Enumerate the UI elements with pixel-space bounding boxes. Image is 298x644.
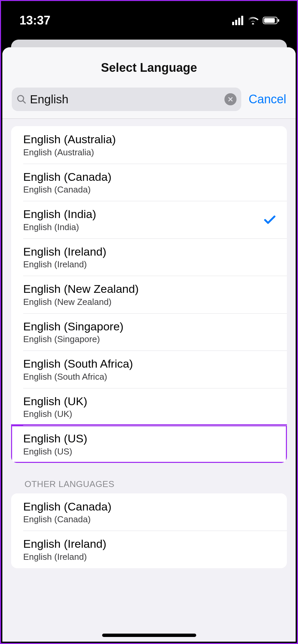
language-row[interactable]: English (Australia)English (Australia): [11, 126, 287, 164]
language-subtitle: English (Ireland): [23, 552, 279, 562]
language-title: English (Canada): [23, 170, 279, 184]
language-subtitle: English (Singapore): [23, 334, 279, 344]
language-row-text: English (UK)English (UK): [23, 394, 279, 420]
language-row-text: English (US)English (US): [23, 431, 279, 457]
search-input[interactable]: English: [30, 93, 221, 106]
language-row-text: English (Ireland)English (Ireland): [23, 245, 279, 270]
language-row[interactable]: English (Canada)English (Canada): [11, 493, 287, 531]
language-row[interactable]: English (Ireland)English (Ireland): [11, 238, 287, 276]
language-subtitle: English (US): [23, 446, 279, 457]
language-row[interactable]: English (South Africa)English (South Afr…: [11, 351, 287, 388]
language-row[interactable]: English (India)English (India): [11, 201, 287, 238]
wifi-icon: [247, 16, 259, 25]
language-subtitle: English (South Africa): [23, 372, 279, 382]
svg-line-4: [23, 101, 25, 103]
language-subtitle: English (New Zealand): [23, 297, 279, 307]
language-row[interactable]: English (US)English (US): [11, 425, 287, 463]
language-row[interactable]: English (Singapore)English (Singapore): [11, 313, 287, 351]
language-row-text: English (New Zealand)English (New Zealan…: [23, 282, 279, 307]
language-title: English (South Africa): [23, 357, 279, 371]
svg-rect-1: [264, 18, 275, 23]
language-results-list: English (Australia)English (Australia)En…: [11, 126, 287, 463]
sheet-header: Select Language English Cancel: [2, 47, 296, 119]
language-subtitle: English (Canada): [23, 184, 279, 195]
search-row: English Cancel: [2, 88, 296, 118]
language-subtitle: English (Australia): [23, 147, 279, 158]
language-title: English (India): [23, 207, 263, 221]
language-subtitle: English (UK): [23, 409, 279, 419]
language-title: English (New Zealand): [23, 282, 279, 296]
checkmark-icon: [263, 213, 277, 227]
language-row-text: English (South Africa)English (South Afr…: [23, 357, 279, 382]
sheet-content: English (Australia)English (Australia)En…: [2, 119, 296, 568]
language-title: English (Canada): [23, 499, 279, 514]
language-row-text: English (Canada)English (Canada): [23, 170, 279, 195]
language-title: English (Australia): [23, 132, 279, 147]
language-title: English (Ireland): [23, 537, 279, 551]
clear-search-button[interactable]: [224, 93, 237, 105]
language-row-text: English (India)English (India): [23, 207, 263, 232]
search-icon: [16, 94, 27, 104]
sheet-title: Select Language: [2, 61, 296, 75]
language-subtitle: English (Ireland): [23, 259, 279, 270]
language-subtitle: English (India): [23, 222, 263, 232]
status-time: 13:37: [19, 13, 50, 28]
status-icons: [232, 16, 280, 25]
cellular-icon: [232, 16, 243, 25]
select-language-sheet: Select Language English Cancel English (…: [2, 47, 296, 642]
language-row-text: English (Australia)English (Australia): [23, 132, 279, 158]
home-indicator[interactable]: [102, 634, 196, 637]
language-title: English (US): [23, 431, 279, 446]
language-title: English (Singapore): [23, 319, 279, 334]
language-row-text: English (Canada)English (Canada): [23, 499, 279, 525]
svg-rect-2: [278, 19, 279, 22]
cancel-button[interactable]: Cancel: [249, 92, 286, 106]
language-row[interactable]: English (Ireland)English (Ireland): [11, 531, 287, 568]
search-field[interactable]: English: [12, 88, 241, 111]
language-row[interactable]: English (Canada)English (Canada): [11, 164, 287, 201]
language-row[interactable]: English (UK)English (UK): [11, 388, 287, 426]
other-languages-label: OTHER LANGUAGES: [11, 463, 287, 493]
battery-icon: [263, 16, 280, 25]
language-row-text: English (Singapore)English (Singapore): [23, 319, 279, 345]
language-row[interactable]: English (New Zealand)English (New Zealan…: [11, 276, 287, 313]
status-bar: 13:37: [1, 1, 297, 40]
language-title: English (Ireland): [23, 245, 279, 259]
language-title: English (UK): [23, 394, 279, 409]
language-row-text: English (Ireland)English (Ireland): [23, 537, 279, 562]
language-subtitle: English (Canada): [23, 514, 279, 525]
other-languages-list: English (Canada)English (Canada)English …: [11, 493, 287, 568]
